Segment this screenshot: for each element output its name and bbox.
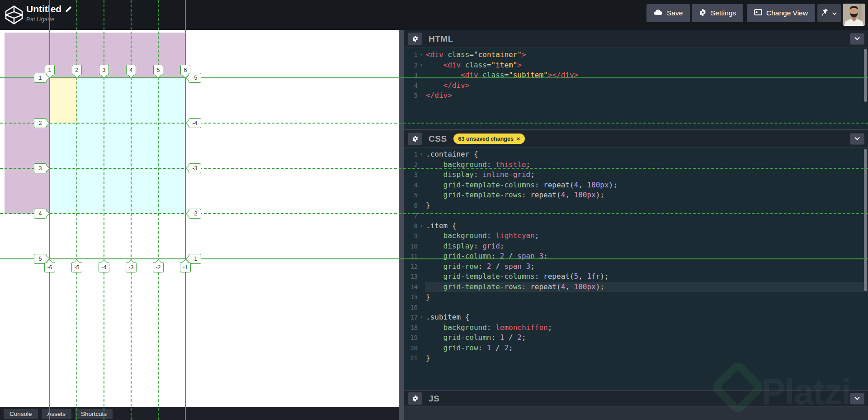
editor-column: HTML 1▾<div class="container">2▾ <div cl…	[404, 30, 868, 420]
fold-gutter	[418, 241, 425, 252]
fold-arrow-icon[interactable]: ▾	[418, 149, 425, 160]
fold-gutter	[418, 251, 425, 262]
css-collapse-button[interactable]	[850, 133, 864, 144]
js-settings-gear-icon[interactable]	[408, 392, 422, 405]
fold-gutter	[418, 180, 425, 191]
js-panel-header: JS	[404, 391, 868, 407]
fold-arrow-icon[interactable]: ▾	[418, 60, 425, 71]
fold-arrow-icon[interactable]: ▾	[418, 221, 425, 231]
gear-icon	[699, 9, 707, 18]
line-number: 15	[406, 292, 418, 302]
line-number: 21	[406, 353, 418, 363]
codepen-logo-icon[interactable]	[5, 5, 24, 25]
fold-gutter	[418, 343, 425, 353]
js-panel-title: JS	[429, 394, 439, 404]
js-code-editor[interactable]	[404, 407, 868, 420]
line-number: 19	[406, 333, 418, 343]
code-line[interactable]: 13 grid-template-columns: repeat(5, 1fr)…	[406, 272, 868, 282]
code-line[interactable]: 16	[406, 302, 868, 313]
badge-close-icon[interactable]: ×	[517, 135, 520, 142]
code-line[interactable]: 5 grid-template-rows: repeat(4, 100px);	[406, 190, 868, 200]
css-settings-gear-icon[interactable]	[408, 133, 422, 145]
fold-gutter	[418, 200, 425, 211]
html-settings-gear-icon[interactable]	[408, 33, 422, 45]
save-label: Save	[667, 9, 683, 17]
fold-gutter	[418, 91, 425, 101]
change-view-button[interactable]: Change View	[747, 4, 815, 22]
fold-gutter	[418, 81, 425, 91]
assets-button[interactable]: Assets	[42, 409, 72, 419]
code-line[interactable]: 4 </div>	[406, 81, 868, 91]
code-line[interactable]: 14 grid-template-rows: repeat(4, 100px);	[406, 282, 868, 292]
fold-arrow-icon[interactable]: ▾	[418, 50, 425, 60]
code-line[interactable]: 8▾.item {	[406, 221, 868, 231]
fold-arrow-icon[interactable]: ▾	[418, 312, 425, 323]
code-line[interactable]: 19 grid-column: 1 / 2;	[406, 333, 868, 343]
code-line[interactable]: 1▾.container {	[406, 149, 868, 160]
fold-gutter	[418, 170, 425, 180]
code-line[interactable]: 7	[406, 210, 868, 221]
fold-gutter	[418, 70, 425, 81]
code-line[interactable]: 2 background: thistle;	[406, 160, 868, 170]
code-line[interactable]: 1▾<div class="container">	[406, 50, 868, 60]
code-line[interactable]: 12 grid-row: 2 / span 3;	[406, 262, 868, 272]
js-collapse-button[interactable]	[850, 393, 864, 404]
avatar[interactable]	[843, 4, 865, 26]
line-number: 9	[406, 231, 418, 241]
code-line[interactable]: 21}	[406, 353, 868, 363]
shortcuts-button[interactable]: Shortcuts	[75, 409, 113, 419]
code-line[interactable]: 15}	[406, 292, 868, 302]
line-number: 12	[406, 262, 418, 272]
html-code-editor[interactable]: 1▾<div class="container">2▾ <div class="…	[404, 48, 868, 101]
code-line[interactable]: 2▾ <div class="item">	[406, 60, 868, 71]
fold-gutter	[418, 333, 425, 343]
line-number: 18	[406, 323, 418, 333]
edit-pencil-icon[interactable]	[66, 4, 72, 14]
pin-menu-button[interactable]	[817, 4, 841, 22]
code-line[interactable]: 10 display: grid;	[406, 241, 868, 252]
panes-resizer[interactable]	[399, 30, 404, 420]
fold-gutter	[418, 231, 425, 241]
settings-button[interactable]: Settings	[692, 4, 743, 22]
pen-title-block: Untitled Pat Ugarte	[26, 4, 72, 23]
panel-css: CSS 63 unsaved changes × 1▾.container {2…	[404, 129, 868, 390]
line-number: 4	[406, 81, 418, 91]
settings-label: Settings	[711, 9, 736, 17]
fold-gutter	[418, 323, 425, 333]
chevron-down-icon	[832, 9, 837, 17]
line-number: 11	[406, 251, 418, 262]
code-line[interactable]: 5</div>	[406, 91, 868, 101]
line-number: 6	[406, 200, 418, 211]
line-number: 4	[406, 180, 418, 191]
code-line[interactable]: 11 grid-column: 2 / span 3;	[406, 251, 868, 262]
code-line[interactable]: 4 grid-template-columns: repeat(4, 100px…	[406, 180, 868, 191]
console-button[interactable]: Console	[4, 409, 38, 419]
preview-pane	[0, 30, 399, 407]
pen-author[interactable]: Pat Ugarte	[26, 16, 72, 23]
line-number: 7	[406, 210, 418, 221]
save-button[interactable]: Save	[646, 4, 690, 22]
css-code-editor[interactable]: 1▾.container {2 background: thistle;3 di…	[404, 148, 868, 363]
code-line[interactable]: 9 background: lightcyan;	[406, 231, 868, 241]
fold-gutter	[418, 292, 425, 302]
code-line[interactable]: 17▾.subitem {	[406, 312, 868, 323]
fold-gutter	[418, 262, 425, 272]
code-line[interactable]: 3 <div class="subitem"></div>	[406, 70, 868, 81]
code-line[interactable]: 20 grid-row: 1 / 2;	[406, 343, 868, 353]
code-line[interactable]: 18 background: lemonchiffon;	[406, 323, 868, 333]
top-bar: Untitled Pat Ugarte Save Settings Change…	[0, 0, 868, 30]
html-collapse-button[interactable]	[850, 33, 864, 44]
css-panel-header: CSS 63 unsaved changes ×	[404, 130, 868, 148]
html-editor-scrollbar[interactable]	[864, 49, 867, 102]
line-number: 1	[406, 50, 418, 60]
css-editor-scrollbar[interactable]	[864, 149, 867, 291]
panel-html: HTML 1▾<div class="container">2▾ <div cl…	[404, 30, 868, 129]
code-line[interactable]: 3 display: inline-grid;	[406, 170, 868, 180]
panel-js: JS	[404, 390, 868, 420]
code-line[interactable]: 6}	[406, 200, 868, 211]
fold-gutter	[418, 190, 425, 200]
line-number: 5	[406, 91, 418, 101]
html-panel-header: HTML	[404, 30, 868, 48]
line-number: 8	[406, 221, 418, 231]
unsaved-changes-badge[interactable]: 63 unsaved changes ×	[453, 134, 525, 144]
